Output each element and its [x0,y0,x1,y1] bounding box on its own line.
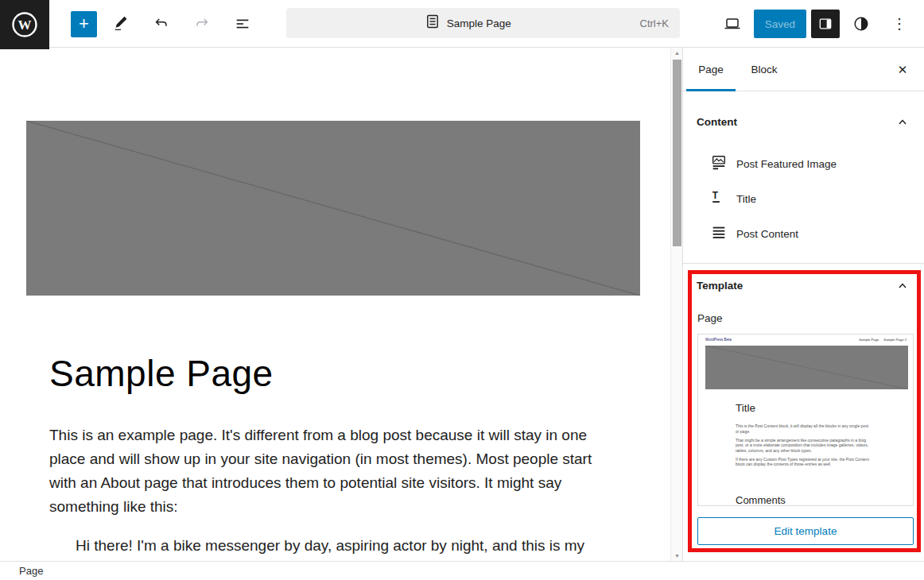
edit-template-button[interactable]: Edit template [697,517,914,545]
styles-contrast-icon[interactable] [844,7,878,41]
active-tab-indicator [686,89,736,91]
title-block-icon: T [710,189,728,210]
document-title: Sample Page [447,17,511,29]
mini-comments-heading: Comments [736,494,786,506]
template-panel-title: Template [697,280,743,292]
tab-block[interactable]: Block [739,48,790,91]
chevron-up-icon [896,116,909,131]
scroll-down-icon[interactable]: ▼ [671,553,683,559]
content-item-featured-image[interactable]: Post Featured Image [683,152,924,179]
editor-canvas: WordPress Beta Sample Page Sample Page 2… [0,48,670,561]
paragraph-block[interactable]: This is an example page. It's different … [49,423,619,519]
settings-sidebar-toggle[interactable] [811,10,840,38]
view-preview-icon[interactable] [716,7,749,41]
svg-text:W: W [18,17,32,33]
sidebar-tabs: Page Block ✕ [683,48,924,91]
content-panel-title: Content [697,116,737,128]
chevron-up-icon [896,280,909,295]
sidebar-divider [683,263,924,264]
add-block-button[interactable]: + [71,11,97,37]
document-icon [426,14,439,32]
post-content-icon [710,224,728,245]
svg-text:T: T [712,190,719,201]
options-kebab-icon[interactable]: ⋮ [883,7,916,41]
post-title-block[interactable]: Sample Page [49,352,274,395]
editor-toolbar: W + [0,0,924,48]
mini-site-title: WordPress Beta [705,338,732,342]
editor-footer: Page [0,561,924,580]
tools-pencil-icon[interactable] [104,7,138,41]
tab-page[interactable]: Page [686,48,736,91]
content-panel-header[interactable]: Content [683,110,924,134]
command-shortcut: Ctrl+K [640,17,669,29]
mini-navigation: Sample Page Sample Page 2 [859,338,907,342]
featured-image-placeholder[interactable] [26,121,640,296]
template-preview-thumbnail[interactable]: WordPress Beta Sample Page Sample Page 2… [697,334,914,506]
scroll-up-icon[interactable]: ▲ [671,50,683,56]
content-item-label: Post Featured Image [736,158,837,170]
content-item-label: Post Content [736,228,798,240]
scrollbar-thumb[interactable] [673,60,681,246]
content-item-title[interactable]: T Title [683,187,924,214]
blockquote-block[interactable]: Hi there! I'm a bike messenger by day, a… [76,534,632,558]
template-panel-header[interactable]: Template [683,274,924,298]
canvas-scrollbar[interactable]: ▲ ▼ [670,48,682,561]
undo-icon[interactable] [145,7,178,41]
document-title-button[interactable]: Sample Page Ctrl+K [286,8,680,38]
wordpress-logo-icon[interactable]: W [0,0,49,49]
saved-button[interactable]: Saved [754,10,806,38]
mini-title-heading: Title [736,402,755,414]
featured-image-icon [710,154,728,175]
breadcrumb[interactable]: Page [19,565,43,577]
template-name: Page [697,312,723,324]
list-view-icon[interactable] [226,7,259,41]
content-item-post-content[interactable]: Post Content [683,222,924,249]
settings-sidebar: Page Block ✕ Content Post Featured Image… [682,48,924,561]
redo-icon[interactable] [185,7,219,41]
content-item-label: Title [736,193,756,205]
mini-featured-image [705,346,908,389]
mini-post-content: This is the Post Content block, it will … [736,423,869,470]
close-sidebar-icon[interactable]: ✕ [891,59,914,81]
